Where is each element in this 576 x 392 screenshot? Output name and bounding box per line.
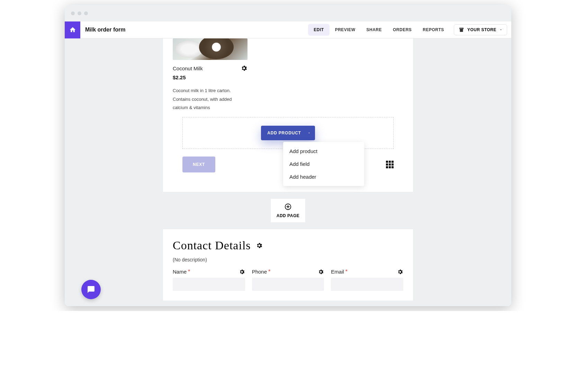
gear-icon[interactable] bbox=[256, 242, 263, 249]
email-input[interactable] bbox=[331, 278, 403, 291]
product-image[interactable] bbox=[173, 38, 248, 60]
nav-tabs: EDIT PREVIEW SHARE ORDERS REPORTS bbox=[308, 24, 450, 36]
menu-add-field[interactable]: Add field bbox=[283, 158, 364, 170]
contact-title: Contact Details bbox=[173, 239, 251, 252]
chat-fab[interactable] bbox=[81, 280, 101, 299]
browser-titlebar bbox=[65, 5, 511, 21]
add-product-button[interactable]: ADD PRODUCT bbox=[261, 126, 315, 140]
window-dot bbox=[78, 11, 81, 15]
add-product-menu: Add product Add field Add header bbox=[283, 142, 364, 186]
home-icon bbox=[69, 26, 76, 33]
store-selector[interactable]: YOUR STORE bbox=[454, 24, 507, 35]
page-title: Milk order form bbox=[85, 27, 125, 33]
store-icon bbox=[458, 27, 465, 33]
gear-icon[interactable] bbox=[397, 269, 403, 275]
field-label: Email bbox=[331, 269, 344, 275]
product-section: Coconut Milk $2.25 Coconut milk in 1 lit… bbox=[163, 38, 413, 192]
field-email: Email* bbox=[331, 269, 403, 291]
tab-edit[interactable]: EDIT bbox=[308, 24, 329, 36]
contact-fields: Name* Phone* Email* bbox=[173, 269, 403, 291]
product-name: Coconut Milk bbox=[173, 65, 203, 71]
chat-icon bbox=[87, 285, 95, 294]
product-price: $2.25 bbox=[173, 74, 403, 80]
field-phone: Phone* bbox=[252, 269, 324, 291]
gear-icon[interactable] bbox=[239, 269, 245, 275]
gear-icon[interactable] bbox=[318, 269, 324, 275]
home-button[interactable] bbox=[65, 21, 80, 38]
next-button[interactable]: NEXT bbox=[182, 157, 215, 172]
add-product-label: ADD PRODUCT bbox=[267, 131, 301, 135]
plus-circle-icon bbox=[284, 203, 292, 211]
topbar: Milk order form EDIT PREVIEW SHARE ORDER… bbox=[65, 21, 511, 38]
tab-preview[interactable]: PREVIEW bbox=[330, 24, 361, 36]
grid-icon[interactable] bbox=[386, 161, 394, 168]
add-page-button[interactable]: ADD PAGE bbox=[271, 199, 305, 222]
contact-description-placeholder[interactable]: (No description) bbox=[173, 257, 403, 262]
store-label: YOUR STORE bbox=[467, 27, 496, 32]
tab-reports[interactable]: REPORTS bbox=[417, 24, 450, 36]
gear-icon[interactable] bbox=[241, 65, 248, 72]
menu-add-header[interactable]: Add header bbox=[283, 170, 364, 183]
window-dot bbox=[71, 11, 75, 15]
tab-share[interactable]: SHARE bbox=[361, 24, 388, 36]
menu-add-product[interactable]: Add product bbox=[283, 145, 364, 158]
add-page-label: ADD PAGE bbox=[277, 213, 299, 218]
name-input[interactable] bbox=[173, 278, 245, 291]
chevron-down-icon bbox=[499, 28, 503, 32]
phone-input[interactable] bbox=[252, 278, 324, 291]
add-product-dropzone: ADD PRODUCT Add product Add field Add he… bbox=[182, 117, 394, 149]
tab-orders[interactable]: ORDERS bbox=[387, 24, 417, 36]
required-asterisk: * bbox=[188, 269, 190, 275]
browser-frame: Milk order form EDIT PREVIEW SHARE ORDER… bbox=[65, 5, 511, 306]
window-dot bbox=[84, 11, 88, 15]
field-name: Name* bbox=[173, 269, 245, 291]
required-asterisk: * bbox=[345, 269, 348, 275]
editor-canvas: Coconut Milk $2.25 Coconut milk in 1 lit… bbox=[65, 38, 511, 306]
contact-section: Contact Details (No description) Name* P… bbox=[163, 229, 413, 301]
field-label: Phone bbox=[252, 269, 267, 275]
product-description: Coconut milk in 1 litre carton. Contains… bbox=[173, 87, 248, 112]
required-asterisk: * bbox=[268, 269, 270, 275]
chevron-down-icon bbox=[307, 131, 311, 135]
field-label: Name bbox=[173, 269, 187, 275]
